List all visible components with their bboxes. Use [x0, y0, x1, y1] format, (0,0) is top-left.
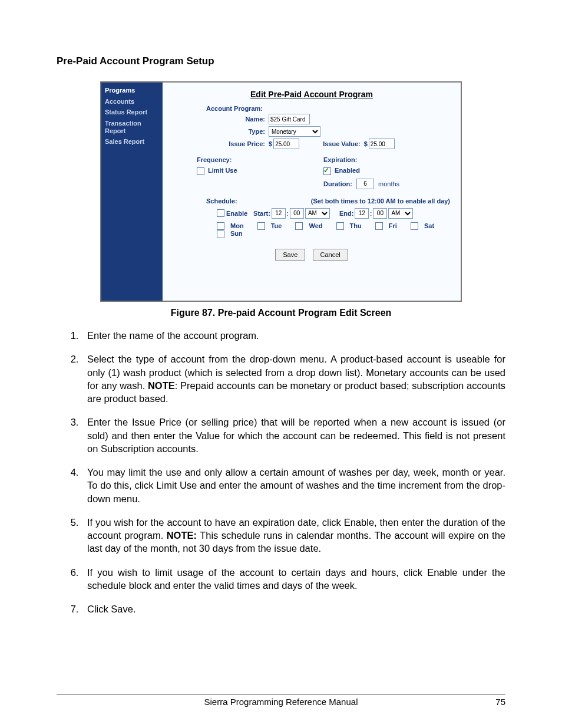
frequency-label: Frequency:: [197, 156, 323, 163]
sidebar-item-sales-report[interactable]: Sales Report: [105, 136, 158, 147]
issue-price-input[interactable]: [273, 139, 299, 149]
day-sun-label: Sun: [230, 230, 243, 237]
instruction-3: Enter the Issue Price (or selling price)…: [81, 416, 505, 455]
day-tue-checkbox[interactable]: [257, 222, 265, 230]
expiration-label: Expiration:: [323, 156, 450, 163]
dollar-icon: $: [269, 140, 272, 147]
start-ampm-select[interactable]: AM: [305, 208, 330, 219]
end-ampm-select[interactable]: AM: [388, 208, 413, 219]
start-hour-input[interactable]: [272, 208, 286, 219]
instruction-5-note: NOTE:: [167, 530, 197, 541]
end-label: End:: [339, 210, 353, 217]
expiration-enabled-label: Enabled: [335, 167, 360, 174]
limit-use-label: Limit Use: [208, 167, 237, 174]
duration-unit: months: [378, 180, 399, 187]
sidebar-item-status-report[interactable]: Status Report: [105, 107, 158, 118]
day-sun-checkbox[interactable]: [217, 230, 224, 238]
sidebar-item-accounts[interactable]: Accounts: [105, 96, 158, 107]
type-label: Type:: [212, 128, 269, 135]
sidebar-item-transaction-report[interactable]: Transaction Report: [105, 118, 158, 136]
edit-screen-figure: Programs Accounts Status Report Transact…: [100, 81, 462, 302]
schedule-enable-label: Enable: [226, 210, 247, 217]
day-sat-checkbox[interactable]: [411, 222, 418, 230]
day-tue-label: Tue: [271, 222, 282, 229]
day-wed-checkbox[interactable]: [295, 222, 303, 230]
name-input[interactable]: [269, 114, 310, 124]
issue-price-label: Issue Price:: [212, 140, 269, 147]
instruction-4: You may limit the use and only allow a c…: [81, 466, 505, 505]
day-thu-label: Thu: [350, 222, 362, 229]
day-fri-label: Fri: [389, 222, 397, 229]
instruction-6: If you wish to limit usage of the accoun…: [81, 566, 505, 592]
day-wed-label: Wed: [309, 222, 322, 229]
instruction-7: Click Save.: [81, 602, 505, 615]
edit-pane: Edit Pre-Paid Account Program Account Pr…: [163, 83, 461, 301]
end-minute-input[interactable]: [373, 208, 387, 219]
footer-page-number: 75: [482, 697, 505, 707]
start-minute-input[interactable]: [290, 208, 304, 219]
type-select[interactable]: Monetary: [269, 126, 320, 137]
dollar-icon: $: [364, 140, 368, 147]
day-mon-checkbox[interactable]: [217, 222, 224, 230]
start-label: Start:: [253, 210, 270, 217]
instruction-1: Enter the name of the account program.: [81, 329, 505, 342]
schedule-enable-checkbox[interactable]: [217, 209, 224, 217]
account-program-label: Account Program:: [206, 105, 450, 112]
day-sat-label: Sat: [424, 222, 434, 229]
issue-value-label: Issue Value:: [323, 140, 361, 147]
cancel-button[interactable]: Cancel: [313, 249, 348, 261]
day-mon-label: Mon: [230, 222, 244, 229]
instruction-5: If you wish for the account to have an e…: [81, 516, 505, 555]
duration-label: Duration:: [323, 180, 352, 187]
sidebar: Programs Accounts Status Report Transact…: [101, 83, 163, 301]
instructions-list: Enter the name of the account program. S…: [57, 329, 505, 616]
end-hour-input[interactable]: [355, 208, 369, 219]
issue-value-input[interactable]: [369, 139, 395, 149]
save-button[interactable]: Save: [275, 249, 305, 261]
page-heading: Pre-Paid Account Program Setup: [57, 55, 505, 67]
footer-title: Sierra Programming Reference Manual: [80, 697, 482, 707]
instruction-2-note: NOTE: [148, 380, 175, 391]
schedule-note: (Set both times to 12:00 AM to enable al…: [311, 197, 450, 205]
instruction-2: Select the type of account from the drop…: [81, 353, 505, 405]
day-thu-checkbox[interactable]: [336, 222, 344, 230]
pane-title: Edit Pre-Paid Account Program: [173, 90, 450, 99]
limit-use-checkbox[interactable]: [197, 167, 204, 175]
figure-caption: Figure 87. Pre-paid Account Program Edit…: [57, 308, 505, 318]
schedule-label: Schedule:: [206, 197, 237, 205]
duration-input[interactable]: [356, 179, 374, 189]
page-footer: Sierra Programming Reference Manual 75: [57, 694, 505, 707]
name-label: Name:: [212, 116, 269, 123]
sidebar-item-programs[interactable]: Programs: [105, 85, 158, 96]
day-fri-checkbox[interactable]: [375, 222, 383, 230]
expiration-enabled-checkbox[interactable]: [323, 167, 331, 175]
